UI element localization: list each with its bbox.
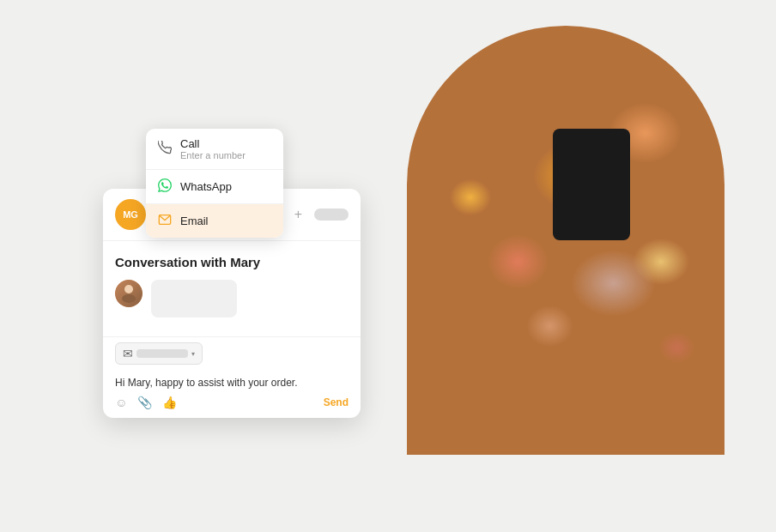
message-row	[115, 280, 349, 317]
dropdown-item-whatsapp[interactable]: WhatsApp	[146, 170, 283, 203]
message-avatar	[115, 280, 142, 307]
message-input-area: Hi Mary, happy to assist with your order…	[103, 370, 361, 418]
channel-label	[136, 349, 188, 358]
call-label: Call	[180, 137, 246, 150]
arch-background	[407, 26, 724, 455]
send-button[interactable]: Send	[324, 396, 349, 408]
email-content: Email	[180, 215, 209, 227]
chat-body: Conversation with Mary	[103, 241, 361, 336]
svg-point-0	[124, 285, 133, 293]
emoji-icon[interactable]: ☺	[115, 396, 127, 409]
phone-mockup	[553, 129, 630, 240]
whatsapp-label: WhatsApp	[180, 180, 232, 193]
whatsapp-icon	[158, 178, 172, 195]
flower-decoration	[407, 26, 724, 455]
avatar: MG	[115, 199, 146, 230]
call-icon	[158, 141, 172, 157]
svg-point-1	[122, 294, 136, 303]
message-text: Hi Mary, happy to assist with your order…	[115, 377, 349, 389]
channel-selector[interactable]: ✉ ▾	[115, 342, 203, 365]
chat-title: Conversation with Mary	[115, 255, 349, 269]
thumbsup-icon[interactable]: 👍	[162, 396, 177, 409]
chevron-down-icon: ▾	[191, 350, 195, 358]
message-bubble	[151, 280, 237, 317]
dropdown-item-call[interactable]: Call Enter a number	[146, 129, 283, 169]
message-avatar-inner	[115, 280, 142, 307]
message-toolbar: ☺ 📎 👍 Send	[115, 396, 349, 409]
call-content: Call Enter a number	[180, 137, 246, 160]
call-sublabel: Enter a number	[180, 150, 246, 160]
channel-dropdown: Call Enter a number WhatsApp Email	[146, 129, 283, 238]
add-button[interactable]: +	[294, 207, 302, 222]
email-icon: ✉	[123, 347, 133, 360]
email-menu-icon	[158, 213, 172, 229]
email-label: Email	[180, 215, 209, 227]
dropdown-item-email[interactable]: Email	[146, 204, 283, 238]
whatsapp-content: WhatsApp	[180, 180, 232, 193]
attach-icon[interactable]: 📎	[137, 396, 152, 409]
channel-bar: ✉ ▾	[103, 336, 361, 370]
header-pill	[314, 209, 349, 221]
